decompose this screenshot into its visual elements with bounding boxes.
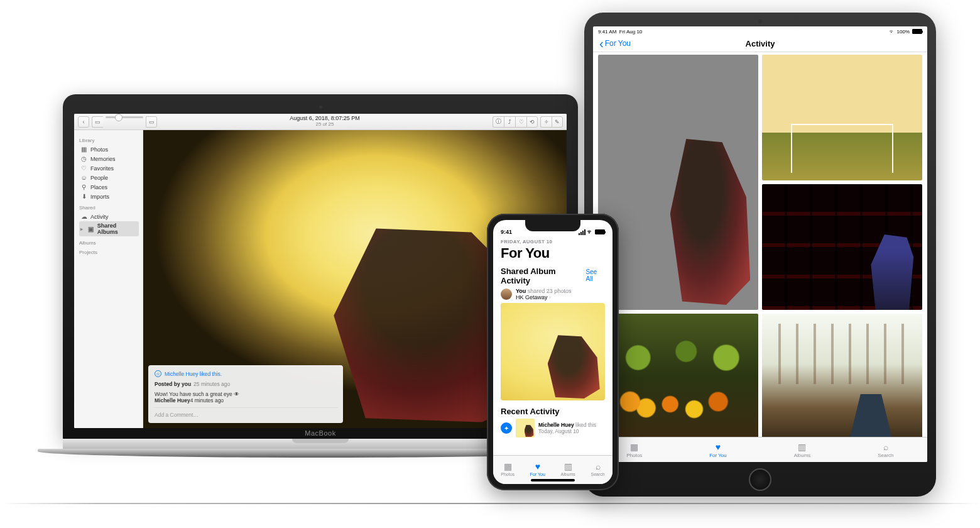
tab-for-you[interactable]: ♥For You	[530, 461, 545, 476]
grid-photo-cafe[interactable]	[762, 314, 922, 437]
shared-album-section: Shared Album Activity See All You shared…	[493, 267, 612, 400]
tab-albums[interactable]: ▥Albums	[794, 442, 811, 458]
iphone-page-header: FRIDAY, AUGUST 10 For You	[493, 236, 612, 267]
section-title: Shared Album Activity	[501, 267, 585, 285]
status-time: 9:41	[501, 229, 512, 235]
folder-icon: ▣	[87, 226, 94, 233]
iphone-screen: 9:41 ᯤ FRIDAY, AUGUST 10 For You Shared …	[493, 220, 612, 484]
favorite-button[interactable]: ♡	[515, 116, 526, 128]
rotate-button[interactable]: ⟲	[526, 116, 538, 128]
tab-for-you[interactable]: ♥For You	[709, 442, 727, 458]
sidebar-item-activity[interactable]: ☁Activity	[79, 212, 139, 221]
tab-photos[interactable]: ▦Photos	[626, 442, 642, 458]
sidebar-heading-albums: Albums	[79, 240, 139, 246]
share-button[interactable]: ⤴	[504, 116, 515, 128]
ipad-nav-header: For You Activity	[593, 36, 927, 52]
battery-icon	[912, 29, 922, 34]
albums-tab-icon: ▥	[797, 442, 808, 452]
toolbar-title: August 6, 2018, 8:07:25 PM 25 of 25	[160, 116, 490, 128]
cloud-icon: ☁	[80, 213, 87, 220]
sidebar-heading-shared: Shared	[79, 205, 139, 211]
back-button[interactable]: ‹	[78, 116, 89, 128]
sidebar-heading-projects: Projects	[79, 250, 139, 255]
sidebar-item-places[interactable]: ⚲Places	[79, 182, 139, 192]
sidebar-item-photos[interactable]: ▦Photos	[79, 145, 139, 154]
sidebar-heading-library: Library	[79, 138, 139, 143]
see-all-button[interactable]: See All	[585, 268, 605, 282]
grid-photo-portrait[interactable]	[598, 55, 758, 310]
add-comment-field[interactable]: Add a Comment…	[155, 412, 337, 418]
sidebar-item-people[interactable]: ☺People	[79, 173, 139, 182]
shared-row[interactable]: You shared 23 photos HK Getaway ›	[501, 288, 605, 300]
foryou-tab-icon: ♥	[532, 461, 543, 471]
sidebar-item-favorites[interactable]: ♡Favorites	[79, 163, 139, 173]
tab-photos[interactable]: ▦Photos	[501, 461, 514, 476]
ipad-device: 9:41 AM Fri Aug 10 ᯤ 100% For You Activi…	[584, 13, 936, 497]
enhance-button[interactable]: ✧	[540, 116, 552, 128]
search-tab-icon: ⌕	[592, 461, 604, 471]
photo-grid[interactable]	[593, 52, 927, 437]
iphone-device: 9:41 ᯤ FRIDAY, AUGUST 10 For You Shared …	[487, 214, 619, 490]
sidebar-item-shared-albums[interactable]: ▸▣Shared Albums	[79, 221, 139, 236]
recent-text: Michelle Huey liked this Today, August 1…	[538, 422, 596, 434]
zoom-in-button[interactable]: ▭	[146, 116, 157, 128]
nav-title: Activity	[746, 39, 775, 48]
toolbar-edit: ✧ ✎	[540, 116, 563, 128]
recent-activity-section: Recent Activity ✦ Michelle Huey liked th…	[493, 407, 612, 437]
macbook-notch	[292, 439, 349, 443]
like-indicator: ☺ Michelle Huey liked this.	[155, 370, 337, 377]
shared-text: You shared 23 photos HK Getaway ›	[516, 288, 571, 300]
chevron-right-icon: ›	[549, 294, 551, 300]
ipad-status-bar: 9:41 AM Fri Aug 10 ᯤ 100%	[593, 26, 927, 36]
posted-by-line: Posted by you25 minutes ago	[155, 381, 337, 387]
wifi-icon: ᯤ	[587, 229, 593, 235]
home-indicator[interactable]	[531, 479, 575, 481]
iphone-notch	[525, 220, 580, 231]
grid-photo-market[interactable]	[598, 314, 758, 437]
wifi-icon: ᯤ	[890, 29, 895, 35]
sidebar-item-imports[interactable]: ⬇Imports	[79, 192, 139, 201]
sidebar-item-memories[interactable]: ◷Memories	[79, 154, 139, 163]
back-button[interactable]: For You	[599, 39, 631, 48]
zoom-controls: ▭ ▭	[92, 116, 157, 128]
overlay-divider	[153, 407, 338, 408]
foryou-tab-icon: ♥	[712, 442, 724, 452]
ipad-home-button[interactable]	[749, 468, 771, 491]
avatar	[501, 289, 512, 300]
photos-tab-icon: ▦	[502, 461, 513, 471]
zoom-out-button[interactable]: ▭	[92, 116, 103, 128]
toolbar-actions: ⓘ ⤴ ♡ ⟲	[493, 116, 538, 128]
shared-thumbnail[interactable]	[501, 303, 605, 400]
tab-search[interactable]: ⌕Search	[878, 442, 893, 458]
tab-search[interactable]: ⌕Search	[591, 461, 604, 476]
mac-toolbar: ‹ ▭ ▭ August 6, 2018, 8:07:25 PM 25 of 2…	[74, 114, 567, 130]
download-icon: ⬇	[80, 193, 87, 200]
heart-icon: ♡	[80, 165, 87, 172]
comment-line: Wow! You have such a great eye 👁 Michell…	[155, 391, 337, 404]
disclosure-triangle-icon[interactable]: ▸	[80, 226, 83, 232]
ipad-screen: 9:41 AM Fri Aug 10 ᯤ 100% For You Activi…	[593, 26, 927, 462]
floor-shadow	[0, 503, 980, 504]
photos-tab-icon: ▦	[629, 442, 640, 452]
pin-icon: ⚲	[80, 184, 87, 190]
grid-photo-building[interactable]	[762, 184, 922, 310]
ipad-camera	[758, 19, 762, 23]
zoom-slider[interactable]	[106, 116, 143, 118]
tab-albums[interactable]: ▥Albums	[561, 461, 575, 476]
page-title: For You	[501, 245, 605, 261]
section-header: Shared Album Activity See All	[501, 267, 605, 285]
status-time: 9:41 AM Fri Aug 10	[598, 29, 642, 35]
cellular-icon	[579, 229, 585, 235]
info-button[interactable]: ⓘ	[493, 116, 504, 128]
ipad-tab-bar: ▦Photos ♥For You ▥Albums ⌕Search	[593, 437, 927, 462]
status-right: ᯤ 100%	[890, 29, 922, 35]
comment-overlay: ☺ Michelle Huey liked this. Posted by yo…	[148, 365, 343, 423]
edit-button[interactable]: ✎	[552, 116, 563, 128]
grid-photo-court[interactable]	[762, 55, 922, 180]
date-label: FRIDAY, AUGUST 10	[501, 239, 605, 245]
smiley-icon: ☺	[155, 370, 161, 377]
photo-counter: 25 of 25	[160, 122, 490, 128]
section-title: Recent Activity	[501, 407, 605, 416]
status-right: ᯤ	[579, 229, 605, 235]
recent-row[interactable]: ✦ Michelle Huey liked this Today, August…	[501, 419, 605, 437]
